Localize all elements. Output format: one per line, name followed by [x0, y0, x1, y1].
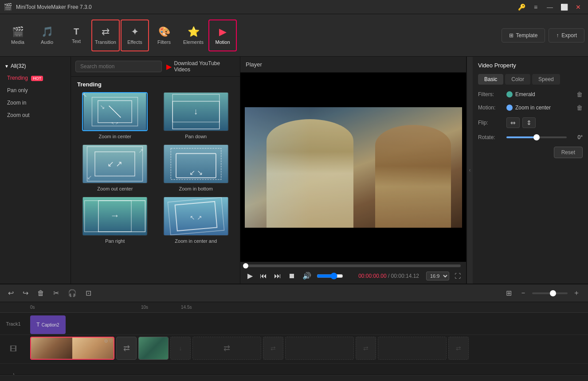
- motion-item-zoom-out-center[interactable]: ↙ ↗ ↙ ↗ Zoom out center: [77, 144, 153, 191]
- cut-button[interactable]: ✂: [51, 287, 62, 299]
- search-motion-input[interactable]: [75, 61, 162, 72]
- motion-section-title: Trending: [71, 77, 240, 92]
- toolbar-transition[interactable]: ⇄ Transition: [91, 19, 120, 51]
- category-pan-only[interactable]: Pan only: [0, 84, 71, 97]
- volume-slider[interactable]: [317, 272, 343, 280]
- track1-label: Track1: [0, 321, 27, 327]
- redo-button[interactable]: ↪: [20, 287, 31, 299]
- toolbar-effects[interactable]: ✦ Effects: [121, 19, 149, 51]
- transition-1[interactable]: ⇄: [116, 337, 137, 360]
- restore-button[interactable]: ⬜: [558, 1, 570, 13]
- motion-label-pan-down: Pan down: [185, 134, 207, 139]
- download-youtube[interactable]: ▶ Download YouTube Videos: [166, 60, 235, 73]
- prev-frame-button[interactable]: ⏮: [258, 271, 269, 281]
- stop-button[interactable]: ⏹: [286, 271, 297, 281]
- zoom-out-button[interactable]: －: [517, 288, 529, 299]
- motion-item-pan-right[interactable]: → Pan right: [77, 197, 153, 244]
- motion-item-zoom-in-center-and[interactable]: ↖ ↗ Zoom in center and: [158, 197, 234, 244]
- transition-2[interactable]: ↓: [170, 337, 191, 360]
- app-icon: 🎬: [4, 3, 12, 11]
- close-button[interactable]: ✕: [572, 1, 584, 13]
- collapse-icon: ‹: [469, 167, 471, 173]
- motion-item-pan-down[interactable]: ↓ Pan down: [158, 92, 234, 139]
- video-clip-2[interactable]: [138, 337, 169, 360]
- bottom-area: ↩ ↪ 🗑 ✂ 🎧 ⊡ ⊞ － ＋ 0s 10s 14.5s: [0, 284, 588, 381]
- rotate-slider[interactable]: [506, 136, 567, 138]
- player-progress[interactable]: [246, 264, 461, 267]
- film-track-label: 🎞: [0, 345, 27, 353]
- all-categories[interactable]: ▼ All(32): [0, 60, 71, 72]
- timeline-toolbar: ↩ ↪ 🗑 ✂ 🎧 ⊡ ⊞ － ＋: [0, 284, 588, 302]
- rotate-row: Rotate: 0°: [478, 134, 583, 140]
- transition-4[interactable]: ⇄: [356, 337, 376, 360]
- fit-timeline-button[interactable]: ⊞: [503, 288, 514, 298]
- template-button[interactable]: ⊞ Template: [502, 28, 545, 43]
- play-button[interactable]: ▶: [246, 271, 255, 281]
- time-mark-14: 14.5s: [181, 305, 192, 310]
- motion-thumb-pan-right: →: [82, 197, 148, 236]
- minimize-button[interactable]: —: [544, 1, 556, 13]
- delete-clip-button[interactable]: 🗑: [35, 288, 47, 299]
- toolbar-media[interactable]: 🎬 Media: [4, 19, 32, 51]
- motion-label-zoom-in-center-and: Zoom in center and: [175, 238, 217, 244]
- fullscreen-button[interactable]: ⛶: [455, 272, 461, 280]
- caption-track-row: Track1 T Caption2: [0, 313, 588, 335]
- empty-clip-3[interactable]: [378, 337, 447, 360]
- audio-detach-button[interactable]: 🎧: [65, 287, 79, 299]
- toolbar: 🎬 Media 🎵 Audio T Text ⇄ Transition ✦ Ef…: [0, 14, 588, 57]
- time-display: 00:00:00.00 / 00:00:14.12: [358, 273, 419, 279]
- toolbar-elements[interactable]: ⭐ Elements: [179, 19, 208, 51]
- category-zoom-out[interactable]: Zoom out: [0, 109, 71, 121]
- player-buttons: ▶ ⏮ ⏭ ⏹ 🔊 00:00:00.00 / 00:00:14.12 16:9…: [246, 271, 461, 281]
- undo-button[interactable]: ↩: [5, 287, 16, 299]
- filters-icon: 🎨: [158, 26, 170, 38]
- toolbar-text[interactable]: T Text: [62, 19, 90, 51]
- zoom-slider[interactable]: [532, 292, 568, 294]
- filters-delete-icon[interactable]: 🗑: [576, 91, 583, 98]
- transition-5[interactable]: ⇄: [448, 337, 469, 360]
- motion-label-zoom-in-bottom: Zoom in bottom: [179, 186, 213, 191]
- filters-label: Filters: [157, 39, 171, 45]
- collapse-handle[interactable]: ‹: [466, 57, 473, 284]
- media-icon: 🎬: [12, 26, 24, 38]
- empty-clip-1[interactable]: ⇄: [192, 337, 261, 360]
- titlebar-key-icon: 🔑: [515, 1, 528, 13]
- flip-label: Flip:: [478, 120, 503, 126]
- flip-horizontal-button[interactable]: ⇔: [506, 117, 520, 128]
- video-clip-1[interactable]: ⊙ ♡: [30, 337, 114, 360]
- category-trending[interactable]: Trending HOT: [0, 72, 71, 84]
- toolbar-filters[interactable]: 🎨 Filters: [150, 19, 178, 51]
- zoom-in-button[interactable]: ＋: [570, 288, 583, 299]
- toolbar-audio[interactable]: 🎵 Audio: [33, 19, 61, 51]
- caption-clip[interactable]: T Caption2: [30, 315, 66, 334]
- audio-icon: 🎵: [41, 26, 53, 38]
- flip-vertical-button[interactable]: ⇕: [522, 117, 536, 128]
- motion-delete-icon[interactable]: 🗑: [576, 104, 583, 111]
- tab-color[interactable]: Color: [505, 74, 530, 85]
- tab-speed[interactable]: Speed: [532, 74, 560, 85]
- timeline-scrollbar: [0, 375, 588, 381]
- filters-dot: [506, 91, 513, 97]
- volume-button[interactable]: 🔊: [301, 271, 313, 281]
- motion-dot: [506, 105, 513, 111]
- flip-row: Flip: ⇔ ⇕: [478, 117, 583, 128]
- export-button[interactable]: ↑ Export: [549, 28, 584, 43]
- current-time: 00:00:00.00: [358, 273, 386, 279]
- reset-button[interactable]: Reset: [554, 147, 583, 158]
- right-panel-title: Video Property: [478, 62, 583, 69]
- tab-basic[interactable]: Basic: [478, 74, 503, 85]
- time-ruler: 0s 10s 14.5s: [0, 302, 588, 313]
- titlebar-menu-icon[interactable]: ≡: [529, 1, 542, 13]
- svg-text:→: →: [110, 210, 120, 221]
- aspect-ratio-select[interactable]: 16:9 4:3 1:1 9:16: [426, 272, 449, 280]
- flip-icons: ⇔ ⇕: [506, 117, 536, 128]
- rotate-value: 0°: [570, 134, 583, 140]
- transition-3[interactable]: ⇄: [263, 337, 283, 360]
- motion-item-zoom-in-bottom[interactable]: ↙ ↘ Zoom in bottom: [158, 144, 234, 191]
- toolbar-motion[interactable]: ▶ Motion: [208, 19, 237, 51]
- empty-clip-2[interactable]: [285, 337, 354, 360]
- next-frame-button[interactable]: ⏭: [272, 271, 283, 281]
- category-zoom-in[interactable]: Zoom in: [0, 97, 71, 109]
- motion-item-zoom-in-center[interactable]: ↖ ↗ ↖ ↘ Zoom in center: [77, 92, 153, 139]
- crop-button[interactable]: ⊡: [83, 287, 94, 299]
